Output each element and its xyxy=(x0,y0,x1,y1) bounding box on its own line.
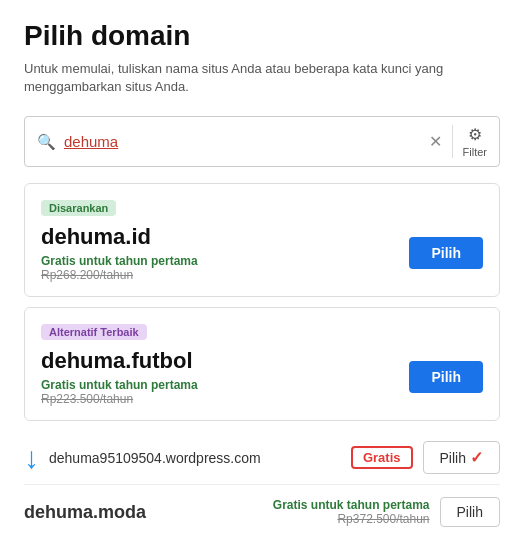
filter-label: Filter xyxy=(463,146,487,158)
domain-name-dehuma-futbol: dehuma.futbol xyxy=(41,348,198,374)
pilih-button-moda[interactable]: Pilih xyxy=(440,497,500,527)
domain-info-dehuma-id: dehuma.id Gratis untuk tahun pertama Rp2… xyxy=(41,224,198,282)
domain-name-wordpress: dehuma95109504.wordpress.com xyxy=(49,450,351,466)
free-label-dehuma-id: Gratis untuk tahun pertama xyxy=(41,254,198,268)
original-price-moda: Rp372.500/tahun xyxy=(273,512,430,526)
price-block-dehuma-futbol: Gratis untuk tahun pertama Rp223.500/tah… xyxy=(41,378,198,406)
search-icon: 🔍 xyxy=(37,133,56,151)
domain-card-dehuma-futbol: Alternatif Terbaik dehuma.futbol Gratis … xyxy=(24,307,500,421)
gear-icon: ⚙ xyxy=(468,125,482,144)
clear-icon[interactable]: ✕ xyxy=(429,132,442,151)
domain-row-dehuma-futbol: dehuma.futbol Gratis untuk tahun pertama… xyxy=(41,348,483,406)
domain-name-moda: dehuma.moda xyxy=(24,502,273,523)
pilih-button-wordpress[interactable]: Pilih ✓ xyxy=(423,441,500,474)
domain-row-dehuma-id: dehuma.id Gratis untuk tahun pertama Rp2… xyxy=(41,224,483,282)
pilih-label-wordpress: Pilih xyxy=(440,450,466,466)
page-subtitle: Untuk memulai, tuliskan nama situs Anda … xyxy=(24,60,500,96)
domain-row-moda: dehuma.moda Gratis untuk tahun pertama R… xyxy=(24,485,500,531)
domain-card-dehuma-id: Disarankan dehuma.id Gratis untuk tahun … xyxy=(24,183,500,297)
page-title: Pilih domain xyxy=(24,20,500,52)
gratis-badge: Gratis xyxy=(351,446,413,469)
original-price-dehuma-futbol: Rp223.500/tahun xyxy=(41,392,198,406)
price-block-dehuma-id: Gratis untuk tahun pertama Rp268.200/tah… xyxy=(41,254,198,282)
pilih-button-dehuma-id[interactable]: Pilih xyxy=(409,237,483,269)
filter-button[interactable]: ⚙ Filter xyxy=(452,125,487,158)
price-block-moda: Gratis untuk tahun pertama Rp372.500/tah… xyxy=(273,498,430,526)
free-label-dehuma-futbol: Gratis untuk tahun pertama xyxy=(41,378,198,392)
arrow-down-icon: ↓ xyxy=(24,443,39,473)
domain-name-dehuma-id: dehuma.id xyxy=(41,224,198,250)
pilih-label-moda: Pilih xyxy=(457,504,483,520)
domain-info-dehuma-futbol: dehuma.futbol Gratis untuk tahun pertama… xyxy=(41,348,198,406)
badge-disarankan: Disarankan xyxy=(41,200,116,216)
pilih-button-dehuma-futbol[interactable]: Pilih xyxy=(409,361,483,393)
free-label-moda: Gratis untuk tahun pertama xyxy=(273,498,430,512)
search-bar: 🔍 ✕ ⚙ Filter xyxy=(24,116,500,167)
checkmark-icon: ✓ xyxy=(470,448,483,467)
original-price-dehuma-id: Rp268.200/tahun xyxy=(41,268,198,282)
search-input[interactable] xyxy=(64,133,429,150)
badge-alternatif: Alternatif Terbaik xyxy=(41,324,147,340)
domain-row-wordpress: ↓ dehuma95109504.wordpress.com Gratis Pi… xyxy=(24,431,500,485)
